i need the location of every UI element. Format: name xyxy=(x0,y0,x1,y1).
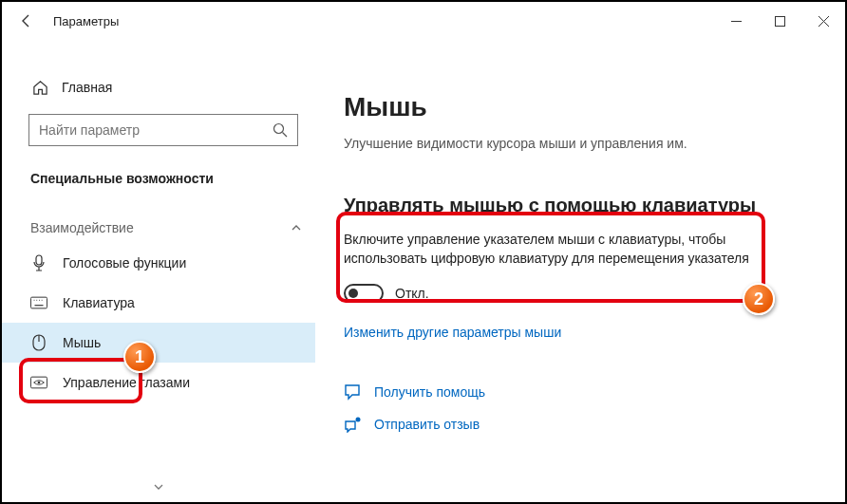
keyboard-icon xyxy=(30,294,47,311)
svg-rect-7 xyxy=(30,297,47,308)
chevron-down-icon xyxy=(153,479,164,496)
search-input[interactable] xyxy=(39,122,273,138)
mouse-keys-toggle-row: Откл. xyxy=(344,284,807,303)
window-title: Параметры xyxy=(53,14,119,28)
eye-control-icon xyxy=(30,374,47,391)
page-subtitle: Улучшение видимости курсора мыши и управ… xyxy=(344,136,807,151)
main-body: Главная Специальные возможности Взаимоде… xyxy=(2,40,845,502)
settings-window: Параметры Главная Специальные возм xyxy=(0,0,847,504)
search-icon xyxy=(273,122,288,138)
maximize-button[interactable] xyxy=(758,2,801,40)
sidebar-item-mouse[interactable]: Мышь xyxy=(2,323,315,363)
sidebar-item-eye-control[interactable]: Управление глазами xyxy=(2,363,315,402)
svg-point-16 xyxy=(38,382,41,384)
sidebar-group-title: Взаимодействие xyxy=(2,196,315,243)
sidebar-item-label: Управление глазами xyxy=(63,375,190,390)
sidebar-item-label: Клавиатура xyxy=(63,295,135,310)
feedback-icon xyxy=(344,415,363,434)
sidebar-item-label: Мышь xyxy=(63,335,101,350)
svg-line-5 xyxy=(283,133,288,138)
back-button[interactable] xyxy=(9,4,44,38)
content-pane: Мышь Улучшение видимости курсора мыши и … xyxy=(315,40,845,502)
home-icon xyxy=(32,80,48,96)
titlebar: Параметры xyxy=(2,2,845,40)
svg-point-17 xyxy=(356,417,361,421)
maximize-icon xyxy=(775,16,785,27)
svg-point-4 xyxy=(274,124,284,134)
home-link[interactable]: Главная xyxy=(2,68,315,106)
chevron-up-icon xyxy=(291,222,302,233)
get-help-label: Получить помощь xyxy=(374,384,485,400)
sidebar-item-keyboard[interactable]: Клавиатура xyxy=(2,283,315,323)
other-mouse-settings-link[interactable]: Изменить другие параметры мыши xyxy=(344,325,561,340)
sidebar: Главная Специальные возможности Взаимоде… xyxy=(2,40,315,502)
window-controls xyxy=(714,2,845,40)
page-title: Мышь xyxy=(344,92,807,122)
svg-rect-6 xyxy=(36,255,42,265)
search-input-box[interactable] xyxy=(28,114,298,146)
toggle-state-label: Откл. xyxy=(395,286,429,301)
microphone-icon xyxy=(30,254,47,271)
send-feedback-label: Отправить отзыв xyxy=(374,417,480,432)
get-help-link[interactable]: Получить помощь xyxy=(344,383,807,401)
arrow-left-icon xyxy=(19,13,34,28)
help-section: Получить помощь Отправить отзыв xyxy=(344,383,807,434)
group-label: Взаимодействие xyxy=(30,220,134,235)
svg-rect-1 xyxy=(775,16,784,26)
send-feedback-link[interactable]: Отправить отзыв xyxy=(344,415,807,434)
setting-description: Включите управление указателем мыши с кл… xyxy=(344,230,752,269)
close-icon xyxy=(819,16,829,27)
sidebar-item-label: Голосовые функции xyxy=(63,255,186,271)
mouse-keys-toggle[interactable] xyxy=(344,284,384,303)
section-heading: Управлять мышью с помощью клавиатуры xyxy=(344,195,807,216)
close-button[interactable] xyxy=(801,2,845,40)
help-icon xyxy=(344,383,363,401)
home-label: Главная xyxy=(62,80,112,95)
minimize-button[interactable] xyxy=(714,2,758,40)
sidebar-section-title: Специальные возможности xyxy=(2,146,315,196)
sidebar-item-voice[interactable]: Голосовые функции xyxy=(2,243,315,283)
mouse-icon xyxy=(30,334,47,351)
minimize-icon xyxy=(731,16,742,27)
